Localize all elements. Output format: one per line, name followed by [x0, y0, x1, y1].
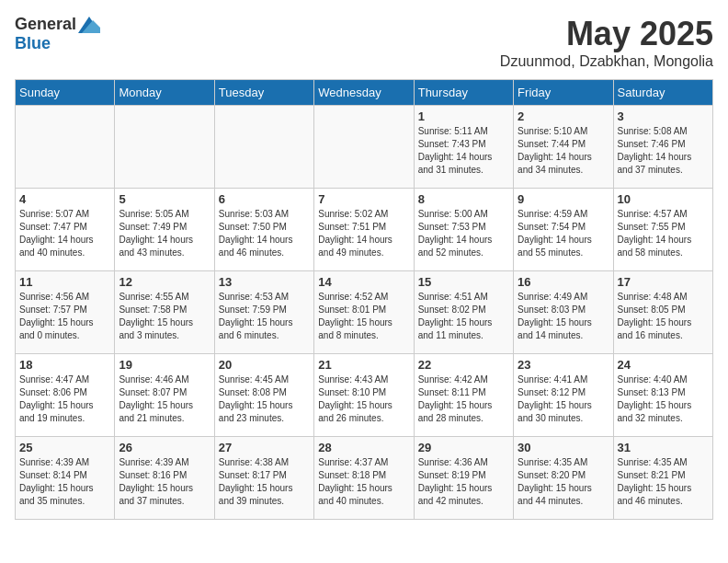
calendar-cell: 17Sunrise: 4:48 AM Sunset: 8:05 PM Dayli…	[613, 271, 712, 354]
day-info: Sunrise: 5:05 AM Sunset: 7:49 PM Dayligh…	[119, 208, 210, 259]
day-info: Sunrise: 4:53 AM Sunset: 7:59 PM Dayligh…	[219, 291, 310, 342]
day-info: Sunrise: 4:52 AM Sunset: 8:01 PM Dayligh…	[318, 291, 409, 342]
week-row: 18Sunrise: 4:47 AM Sunset: 8:06 PM Dayli…	[16, 354, 713, 437]
calendar-cell: 2Sunrise: 5:10 AM Sunset: 7:44 PM Daylig…	[514, 106, 613, 189]
calendar-cell: 18Sunrise: 4:47 AM Sunset: 8:06 PM Dayli…	[16, 354, 115, 437]
calendar-table: SundayMondayTuesdayWednesdayThursdayFrid…	[15, 79, 713, 520]
day-number: 2	[518, 109, 609, 123]
day-number: 7	[318, 192, 409, 206]
day-number: 23	[518, 358, 609, 372]
calendar-cell: 31Sunrise: 4:35 AM Sunset: 8:21 PM Dayli…	[613, 437, 712, 520]
day-number: 17	[618, 275, 709, 289]
day-number: 3	[618, 109, 709, 123]
calendar-cell: 6Sunrise: 5:03 AM Sunset: 7:50 PM Daylig…	[214, 189, 313, 271]
calendar-cell	[16, 106, 115, 189]
calendar-cell: 21Sunrise: 4:43 AM Sunset: 8:10 PM Dayli…	[314, 354, 414, 437]
day-info: Sunrise: 4:35 AM Sunset: 8:20 PM Dayligh…	[518, 456, 609, 508]
location: Dzuunmod, Dzabkhan, Mongolia	[500, 53, 713, 70]
day-header-sunday: Sunday	[16, 80, 115, 106]
day-header-monday: Monday	[115, 80, 214, 106]
day-info: Sunrise: 5:02 AM Sunset: 7:51 PM Dayligh…	[318, 208, 409, 259]
day-number: 1	[418, 109, 509, 123]
day-number: 8	[418, 192, 509, 206]
logo-general-text: General	[15, 15, 76, 34]
day-number: 19	[119, 358, 210, 372]
day-number: 11	[19, 275, 110, 289]
day-info: Sunrise: 5:08 AM Sunset: 7:46 PM Dayligh…	[618, 125, 709, 177]
calendar-cell: 27Sunrise: 4:38 AM Sunset: 8:17 PM Dayli…	[214, 437, 313, 520]
day-info: Sunrise: 4:56 AM Sunset: 7:57 PM Dayligh…	[19, 291, 110, 342]
calendar-cell: 28Sunrise: 4:37 AM Sunset: 8:18 PM Dayli…	[314, 437, 414, 520]
day-number: 4	[19, 192, 110, 206]
day-number: 29	[418, 441, 509, 454]
week-row: 4Sunrise: 5:07 AM Sunset: 7:47 PM Daylig…	[16, 189, 713, 271]
day-info: Sunrise: 4:36 AM Sunset: 8:19 PM Dayligh…	[418, 456, 509, 508]
day-number: 30	[518, 441, 609, 454]
day-info: Sunrise: 4:59 AM Sunset: 7:54 PM Dayligh…	[518, 208, 609, 259]
day-info: Sunrise: 4:35 AM Sunset: 8:21 PM Dayligh…	[618, 456, 709, 508]
day-info: Sunrise: 4:57 AM Sunset: 7:55 PM Dayligh…	[618, 208, 709, 259]
day-info: Sunrise: 4:55 AM Sunset: 7:58 PM Dayligh…	[119, 291, 210, 342]
day-info: Sunrise: 4:45 AM Sunset: 8:08 PM Dayligh…	[219, 373, 310, 425]
day-number: 25	[19, 441, 110, 454]
day-info: Sunrise: 4:39 AM Sunset: 8:14 PM Dayligh…	[19, 456, 110, 508]
calendar-cell: 8Sunrise: 5:00 AM Sunset: 7:53 PM Daylig…	[414, 189, 513, 271]
day-info: Sunrise: 4:47 AM Sunset: 8:06 PM Dayligh…	[19, 373, 110, 425]
day-info: Sunrise: 4:46 AM Sunset: 8:07 PM Dayligh…	[119, 373, 210, 425]
calendar-cell: 13Sunrise: 4:53 AM Sunset: 7:59 PM Dayli…	[214, 271, 313, 354]
calendar-cell: 4Sunrise: 5:07 AM Sunset: 7:47 PM Daylig…	[16, 189, 115, 271]
day-number: 26	[119, 441, 210, 454]
day-number: 9	[518, 192, 609, 206]
day-info: Sunrise: 4:43 AM Sunset: 8:10 PM Dayligh…	[318, 373, 409, 425]
month-title: May 2025	[500, 15, 713, 53]
calendar-cell: 24Sunrise: 4:40 AM Sunset: 8:13 PM Dayli…	[613, 354, 712, 437]
day-number: 6	[219, 192, 310, 206]
day-number: 18	[19, 358, 110, 372]
title-section: May 2025 Dzuunmod, Dzabkhan, Mongolia	[500, 15, 713, 70]
day-info: Sunrise: 4:40 AM Sunset: 8:13 PM Dayligh…	[618, 373, 709, 425]
page-header: General Blue May 2025 Dzuunmod, Dzabkhan…	[15, 15, 713, 70]
day-info: Sunrise: 5:03 AM Sunset: 7:50 PM Dayligh…	[219, 208, 310, 259]
header-row: SundayMondayTuesdayWednesdayThursdayFrid…	[16, 80, 713, 106]
day-header-wednesday: Wednesday	[314, 80, 414, 106]
calendar-cell: 11Sunrise: 4:56 AM Sunset: 7:57 PM Dayli…	[16, 271, 115, 354]
calendar-cell	[115, 106, 214, 189]
day-number: 16	[518, 275, 609, 289]
week-row: 11Sunrise: 4:56 AM Sunset: 7:57 PM Dayli…	[16, 271, 713, 354]
day-info: Sunrise: 4:39 AM Sunset: 8:16 PM Dayligh…	[119, 456, 210, 508]
day-number: 20	[219, 358, 310, 372]
calendar-cell: 25Sunrise: 4:39 AM Sunset: 8:14 PM Dayli…	[16, 437, 115, 520]
day-number: 27	[219, 441, 310, 454]
calendar-cell: 19Sunrise: 4:46 AM Sunset: 8:07 PM Dayli…	[115, 354, 214, 437]
calendar-cell	[214, 106, 313, 189]
calendar-cell: 29Sunrise: 4:36 AM Sunset: 8:19 PM Dayli…	[414, 437, 513, 520]
day-info: Sunrise: 5:11 AM Sunset: 7:43 PM Dayligh…	[418, 125, 509, 177]
day-number: 14	[318, 275, 409, 289]
day-info: Sunrise: 4:49 AM Sunset: 8:03 PM Dayligh…	[518, 291, 609, 342]
day-number: 13	[219, 275, 310, 289]
calendar-cell: 22Sunrise: 4:42 AM Sunset: 8:11 PM Dayli…	[414, 354, 513, 437]
day-info: Sunrise: 4:37 AM Sunset: 8:18 PM Dayligh…	[318, 456, 409, 508]
calendar-cell: 30Sunrise: 4:35 AM Sunset: 8:20 PM Dayli…	[514, 437, 613, 520]
day-number: 5	[119, 192, 210, 206]
day-info: Sunrise: 4:38 AM Sunset: 8:17 PM Dayligh…	[219, 456, 310, 508]
day-number: 12	[119, 275, 210, 289]
calendar-cell: 26Sunrise: 4:39 AM Sunset: 8:16 PM Dayli…	[115, 437, 214, 520]
calendar-cell: 5Sunrise: 5:05 AM Sunset: 7:49 PM Daylig…	[115, 189, 214, 271]
calendar-cell: 16Sunrise: 4:49 AM Sunset: 8:03 PM Dayli…	[514, 271, 613, 354]
day-info: Sunrise: 4:48 AM Sunset: 8:05 PM Dayligh…	[618, 291, 709, 342]
day-number: 21	[318, 358, 409, 372]
day-number: 28	[318, 441, 409, 454]
day-header-friday: Friday	[514, 80, 613, 106]
calendar-cell: 12Sunrise: 4:55 AM Sunset: 7:58 PM Dayli…	[115, 271, 214, 354]
week-row: 1Sunrise: 5:11 AM Sunset: 7:43 PM Daylig…	[16, 106, 713, 189]
calendar-cell	[314, 106, 414, 189]
day-info: Sunrise: 4:51 AM Sunset: 8:02 PM Dayligh…	[418, 291, 509, 342]
calendar-cell: 10Sunrise: 4:57 AM Sunset: 7:55 PM Dayli…	[613, 189, 712, 271]
day-info: Sunrise: 4:42 AM Sunset: 8:11 PM Dayligh…	[418, 373, 509, 425]
day-number: 31	[618, 441, 709, 454]
day-number: 15	[418, 275, 509, 289]
day-header-saturday: Saturday	[613, 80, 712, 106]
calendar-cell: 20Sunrise: 4:45 AM Sunset: 8:08 PM Dayli…	[214, 354, 313, 437]
day-info: Sunrise: 5:07 AM Sunset: 7:47 PM Dayligh…	[19, 208, 110, 259]
